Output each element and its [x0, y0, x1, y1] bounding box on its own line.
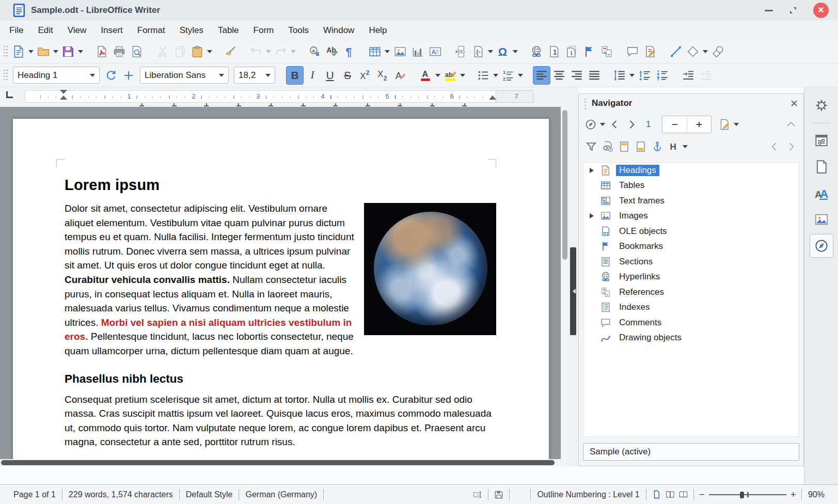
dropdown-caret-icon[interactable]	[513, 50, 518, 53]
strikethrough-button[interactable]: S	[339, 66, 356, 85]
menu-file[interactable]: File	[2, 21, 30, 40]
dropdown-caret-icon[interactable]	[219, 74, 224, 77]
status-zoom-percent[interactable]: 90%	[802, 490, 831, 499]
insert-table-button[interactable]	[367, 42, 391, 61]
navigator-item-ole-objects[interactable]: OLE objects	[583, 224, 799, 239]
navigator-grip[interactable]	[584, 98, 587, 109]
underline-button[interactable]: U	[321, 66, 339, 85]
status-outline-level[interactable]: Outline Numbering : Level 1	[531, 490, 645, 499]
subscript-button[interactable]	[374, 66, 391, 85]
dropdown-caret-icon[interactable]	[28, 50, 34, 53]
menu-edit[interactable]: Edit	[30, 21, 60, 40]
zoom-slider-thumb[interactable]	[740, 492, 744, 498]
navigator-item-references[interactable]: References	[583, 285, 799, 300]
increase-paragraph-spacing-button[interactable]	[636, 66, 654, 85]
dropdown-caret-icon[interactable]	[53, 50, 58, 53]
toolbar-grip[interactable]	[3, 69, 8, 82]
justify-button[interactable]	[586, 66, 603, 85]
horizontal-scrollbar[interactable]	[0, 459, 561, 466]
dropdown-caret-icon[interactable]	[78, 50, 83, 53]
menu-table[interactable]: Table	[211, 21, 246, 40]
export-pdf-button[interactable]	[93, 42, 110, 61]
track-changes-button[interactable]	[641, 42, 659, 61]
book-view-icon[interactable]	[678, 490, 688, 499]
navigator-document-selector[interactable]: Sample (active)	[583, 443, 799, 461]
dropdown-caret-icon[interactable]	[703, 50, 708, 53]
horizontal-scrollbar-thumb[interactable]	[1, 460, 555, 465]
dropdown-caret-icon[interactable]	[291, 50, 296, 53]
paragraph-style-combo[interactable]: Heading 1	[13, 67, 100, 84]
basic-shapes-button[interactable]	[685, 42, 709, 61]
clear-formatting-button[interactable]	[391, 66, 409, 85]
zoom-slider[interactable]	[709, 491, 786, 498]
restore-button[interactable]	[788, 6, 798, 15]
dropdown-caret-icon[interactable]	[265, 74, 271, 77]
navigator-item-text-frames[interactable]: Text frames	[583, 193, 799, 209]
save-button[interactable]	[60, 42, 85, 61]
undo-button[interactable]	[248, 42, 273, 61]
status-paragraph-style[interactable]: Default Style	[180, 490, 239, 499]
dropdown-caret-icon[interactable]	[266, 50, 271, 53]
decrease-paragraph-spacing-button[interactable]	[654, 66, 671, 85]
clone-formatting-button[interactable]	[222, 42, 240, 61]
print-preview-button[interactable]	[128, 42, 146, 61]
minimize-button[interactable]	[765, 10, 773, 11]
show-draw-functions-button[interactable]	[709, 42, 727, 61]
copy-button[interactable]	[171, 42, 189, 61]
increase-indent-button[interactable]	[679, 66, 697, 85]
previous-page-button[interactable]	[607, 116, 623, 133]
navigator-item-comments[interactable]: Comments	[583, 315, 799, 330]
content-filter-button[interactable]	[583, 138, 599, 155]
navigator-item-sections[interactable]: Sections	[583, 254, 799, 270]
dropdown-caret-icon[interactable]	[460, 74, 465, 77]
status-word-count[interactable]: 229 words, 1,574 characters	[62, 490, 179, 499]
document-heading-2[interactable]: Phasellus nibh lectus	[65, 372, 496, 386]
new-style-button[interactable]	[120, 66, 137, 85]
font-color-button[interactable]	[417, 66, 442, 85]
align-right-button[interactable]	[568, 66, 586, 85]
document-heading-1[interactable]: Lorem ipsum	[65, 177, 496, 194]
align-left-button[interactable]	[533, 66, 550, 85]
update-style-button[interactable]	[102, 66, 120, 85]
heading-levels-button[interactable]	[666, 138, 689, 155]
multi-page-view-icon[interactable]	[665, 490, 675, 499]
tab-page[interactable]	[810, 155, 833, 179]
navigator-item-drawing-objects[interactable]: Drawing objects	[583, 330, 799, 346]
page-number[interactable]: 1	[640, 119, 657, 130]
bullet-list-button[interactable]	[475, 66, 500, 85]
navigator-item-images[interactable]: Images	[583, 209, 799, 224]
previous-item-button[interactable]	[766, 138, 783, 155]
close-button[interactable]: ✕	[813, 3, 829, 18]
tab-navigator[interactable]	[810, 234, 833, 258]
dropdown-caret-icon[interactable]	[734, 123, 739, 126]
bold-button[interactable]: B	[286, 66, 304, 85]
insert-comment-button[interactable]	[624, 42, 641, 61]
collapse-panel-button[interactable]	[783, 116, 799, 133]
insert-cross-reference-button[interactable]	[598, 42, 615, 61]
paste-button[interactable]	[189, 42, 214, 61]
line-spacing-button[interactable]	[611, 66, 636, 85]
new-document-button[interactable]	[10, 42, 35, 61]
dropdown-caret-icon[interactable]	[435, 74, 440, 77]
dropdown-caret-icon[interactable]	[90, 74, 95, 77]
insert-image-button[interactable]	[391, 42, 409, 61]
zoom-out-button[interactable]: −	[699, 490, 705, 499]
document-paragraph-2[interactable]: Consequat pretium scelerisque sit amet, …	[65, 392, 496, 449]
earth-image[interactable]	[364, 203, 496, 335]
insert-hyperlink-button[interactable]	[528, 42, 545, 61]
single-page-view-icon[interactable]	[652, 490, 661, 499]
insert-bookmark-button[interactable]	[580, 42, 598, 61]
menu-insert[interactable]: Insert	[93, 21, 130, 40]
navigator-item-tables[interactable]: Tables	[583, 178, 799, 194]
header-toggle-button[interactable]	[616, 138, 633, 155]
redo-button[interactable]	[273, 42, 297, 61]
anchor-text-toggle-button[interactable]	[649, 138, 666, 155]
dropdown-caret-icon[interactable]	[600, 123, 605, 126]
navigator-item-hyperlinks[interactable]: Hyperlinks	[583, 270, 799, 285]
left-indent-marker[interactable]	[60, 96, 67, 100]
font-name-combo[interactable]: Liberation Sans	[140, 67, 229, 84]
document-paragraph-1[interactable]: Dolor sit amet, consectetur adipiscing e…	[65, 201, 496, 358]
navigator-item-bookmarks[interactable]: Bookmarks	[583, 239, 799, 255]
print-button[interactable]	[110, 42, 128, 61]
document-content[interactable]: Lorem ipsum Dolor sit amet, consectetur …	[65, 160, 496, 449]
